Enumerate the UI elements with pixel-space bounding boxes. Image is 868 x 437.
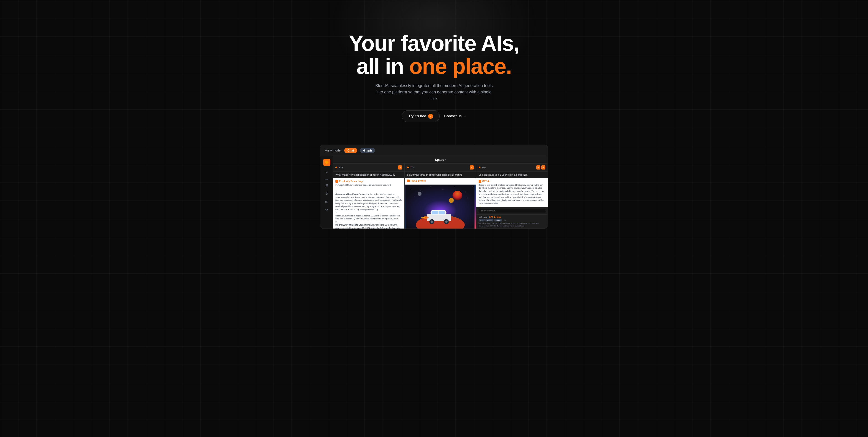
chat-panel-3: You + ✕ Explain space to a 5 year old in… [476,164,548,229]
panel-1-ai-name-text: Perplexity Sonar Huge [339,180,364,182]
user-dot-3-icon [478,167,480,168]
sidebar: 🔶 + View ⊞ ⊙ ▦ ⚙ [320,156,333,229]
svg-point-2 [421,191,421,191]
panel-3-plus-button[interactable]: + [536,166,540,170]
panel-2-user-label: You [410,166,414,169]
model-provider-label: ● OpenAI / GPT 4o Mini [478,216,545,218]
svg-point-9 [467,198,467,198]
svg-point-1 [411,188,411,188]
chat-panel-2: You ✕ a car flying through space with ga… [405,164,476,229]
svg-point-4 [443,190,443,190]
svg-point-22 [445,221,448,223]
panel-1-user-badge: You [335,166,343,169]
panel-1-close-button[interactable]: ✕ [398,166,402,170]
space-title-arrow-icon: › [445,158,446,161]
panel-3-header: You + ✕ [476,164,548,172]
tag-text: text [478,219,485,222]
panel-1-user-label: You [339,166,343,169]
hero-title-line2-plain: all in [356,54,409,78]
panel-1-ai-name: Perplexity Sonar Huge [335,180,402,183]
sidebar-view-label: View [324,178,329,181]
view-mode-label: View mode: [325,149,342,152]
panel-3-query-text: Explain space to a 5 year old in a parag… [478,173,528,176]
model-search-bar [476,207,548,214]
svg-point-6 [465,192,465,192]
panel-1-query-text: What major news happened in space in Aug… [335,173,395,176]
panel-2-ai-name: Flux.1 Schnell [405,178,476,184]
user-dot-icon [335,167,337,168]
chat-panels: You ✕ What major news happened in space … [333,164,548,229]
hero-title-highlight: one place. [409,54,512,78]
panel-2-query: a car flying through space with galaxies… [405,172,476,178]
panel-3-query: Explain space to a 5 year old in a parag… [476,172,548,178]
model-description: GPT-4o mini is OpenAI's most cost-effici… [478,222,545,227]
try-free-button[interactable]: Try it's free › [402,110,440,122]
model-provider-text: ● OpenAI / [478,216,489,218]
hero-section: Your favorite AIs, all in one place. Ble… [344,14,524,131]
panel-3-user-badge: You [478,166,486,169]
panel-2-query-text: a car flying through space with galaxies… [407,173,462,176]
panel-2-image-content: Flux.1 Schnell [405,178,476,229]
svg-point-20 [431,221,433,223]
hero-subtitle: BlendAI seamlessly integrated all the mo… [375,83,493,102]
space-title: Space › [435,158,446,162]
page-wrapper: Your favorite AIs, all in one place. Ble… [0,0,868,229]
sidebar-grid-icon[interactable]: ⊞ [323,182,331,189]
tag-free: Free [503,219,506,222]
model-tags: text image video Free [478,219,545,222]
chat-panel-1: You ✕ What major news happened in space … [333,164,405,229]
panel-3-close-button[interactable]: ✕ [541,166,545,170]
main-area: Space › You ✕ [333,156,548,229]
sidebar-logo: 🔶 [323,159,331,166]
panel-2-header: You ✕ [405,164,476,172]
svg-point-7 [472,187,472,188]
hero-buttons: Try it's free › Contact us → [349,110,519,122]
space-title-text: Space [435,158,444,162]
panel-1-query: What major news happened in space in Aug… [333,172,404,178]
sidebar-settings-icon[interactable]: ⚙ [323,206,331,213]
app-topbar: Space › [333,156,548,164]
panel-2-user-badge: You [407,166,414,169]
sidebar-calendar-icon[interactable]: ▦ [323,198,331,205]
tag-image: image [486,219,493,222]
app-window: 🔶 + View ⊞ ⊙ ▦ ⚙ Space › [320,156,548,229]
panel-2-ai-name-text: Flux.1 Schnell [410,179,426,182]
svg-point-24 [421,217,425,218]
svg-rect-18 [439,211,445,214]
panel-3-response-area: GPT 4o Space is like a giant, endless pl… [476,178,548,207]
graph-mode-tag[interactable]: Graph [360,148,375,153]
try-free-label: Try it's free [408,114,426,118]
svg-point-3 [430,186,431,187]
panel-3-ai-response: Space is like a giant, endless playgroun… [478,184,545,205]
panel-1-ai-response: In August 2024, several major space-rela… [335,184,402,229]
panel-1-response-area: Perplexity Sonar Huge In August 2024, se… [333,178,404,229]
chat-mode-tag[interactable]: Chat [344,148,357,153]
model-info-section: ● OpenAI / GPT 4o Mini text image video … [476,214,548,229]
svg-point-11 [449,198,454,203]
svg-point-10 [453,191,462,201]
panel-3-user-label: You [482,166,486,169]
flux-icon [407,179,410,182]
panel-3-ai-name: GPT 4o [478,180,545,183]
view-mode-bar: View mode: Chat Graph [320,145,548,156]
model-name-text: GPT 4o Mini [489,216,501,218]
perplexity-icon [335,180,338,183]
panel-2-close-button[interactable]: ✕ [470,166,474,170]
user-dot-2-icon [407,167,409,168]
panel-3-ai-name-text: GPT 4o [482,180,490,182]
contact-arrow-icon: → [463,114,466,118]
sidebar-history-icon[interactable]: ⊙ [323,190,331,197]
panel-1-header: You ✕ [333,164,404,172]
sidebar-add-button[interactable]: + [323,169,331,176]
svg-rect-17 [432,211,438,214]
hero-title: Your favorite AIs, all in one place. [349,32,519,78]
tag-video: video [494,219,502,222]
app-preview-section: View mode: Chat Graph 🔶 + View ⊞ ⊙ ▦ ⚙ [320,145,548,229]
svg-point-5 [455,186,455,186]
hero-title-line1: Your favorite AIs, [349,31,519,55]
gpt-icon [478,180,482,183]
svg-point-12 [417,192,422,196]
contact-us-label: Contact us [444,114,462,118]
contact-us-button[interactable]: Contact us → [444,114,466,118]
search-model-input[interactable] [478,208,545,213]
